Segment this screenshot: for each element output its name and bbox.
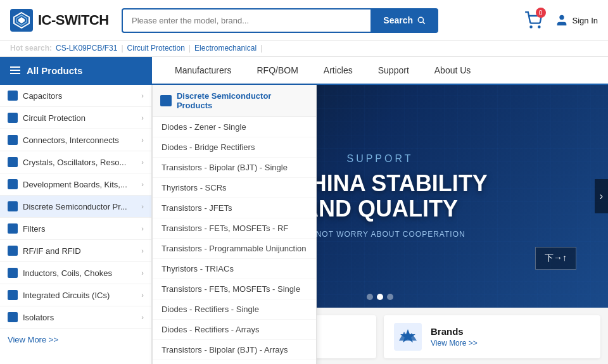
- hamburger-icon: [10, 66, 20, 74]
- svg-line-5: [423, 22, 425, 24]
- sidebar-label-filters: Filters: [23, 224, 136, 234]
- dropdown-item-10[interactable]: Diodes - Rectifiers - Arrays: [153, 320, 316, 340]
- hot-search-label: Hot search:: [10, 44, 52, 53]
- sidebar-item-ics[interactable]: Integrated Circuits (ICs) ›: [0, 284, 151, 306]
- dropdown-item-6[interactable]: Transistors - Programmable Unijunction: [153, 239, 316, 259]
- arrow-icon-crystals: ›: [141, 158, 144, 166]
- dropdown-item-5[interactable]: Transistors - FETs, MOSFETs - RF: [153, 218, 316, 239]
- hot-search-item-3[interactable]: Electromechanical: [194, 44, 256, 53]
- search-input[interactable]: [122, 8, 370, 33]
- cart-badge: 0: [536, 8, 546, 18]
- hot-search-bar: Hot search: CS-LK09PCB/F31 | Circuit Pro…: [0, 41, 608, 57]
- sidebar-item-discrete[interactable]: Discrete Semiconductor Pr... ›: [0, 196, 151, 218]
- sidebar-icon-isolators: [8, 312, 18, 322]
- banner-arrow-inner[interactable]: 下→↑: [535, 247, 576, 270]
- dropdown-item-3[interactable]: Thyristors - SCRs: [153, 178, 316, 198]
- brands-card[interactable]: Brands View More >>: [384, 315, 600, 358]
- sidebar-label-capacitors: Capacitors: [23, 91, 136, 101]
- cart-button[interactable]: 0: [524, 11, 542, 29]
- arrow-icon-connectors: ›: [141, 136, 144, 144]
- svg-point-6: [530, 26, 531, 27]
- sidebar-label-connectors: Connectors, Interconnects: [23, 135, 136, 145]
- dropdown-item-9[interactable]: Diodes - Rectifiers - Single: [153, 299, 316, 320]
- dropdown-item-8[interactable]: Transistors - FETs, MOSFETs - Single: [153, 279, 316, 299]
- sidebar-item-capacitors[interactable]: Capacitors ›: [0, 85, 151, 107]
- arrow-icon-circuit: ›: [141, 114, 144, 122]
- search-btn-label: Search: [383, 15, 413, 25]
- sidebar-item-filters[interactable]: Filters ›: [0, 218, 151, 240]
- logo[interactable]: IC-SWITCH: [10, 9, 111, 32]
- banner-title-line2: AND QUALITY: [302, 196, 458, 222]
- banner-dot-3[interactable]: [387, 294, 393, 300]
- sidebar-item-crystals[interactable]: Crystals, Oscillators, Reso... ›: [0, 151, 151, 173]
- sidebar-label-discrete: Discrete Semiconductor Pr...: [23, 202, 136, 211]
- svg-point-7: [538, 26, 540, 27]
- dropdown-item-4[interactable]: Transistors - JFETs: [153, 198, 316, 218]
- dropdown-header: Discrete Semiconductor Products: [153, 85, 316, 117]
- sidebar: Capacitors › Circuit Protection › Connec…: [0, 85, 152, 364]
- arrow-icon-discrete: ›: [141, 203, 144, 210]
- arrow-icon-filters: ›: [141, 225, 144, 232]
- sidebar-icon-ics: [8, 290, 18, 300]
- search-icon: [417, 16, 426, 25]
- nav-about-us[interactable]: About Us: [422, 57, 484, 84]
- dropdown-item-7[interactable]: Thyristors - TRIACs: [153, 259, 316, 279]
- dropdown-panel: Discrete Semiconductor Products Diodes -…: [152, 85, 317, 364]
- sidebar-label-devboards: Development Boards, Kits,...: [23, 180, 136, 189]
- sidebar-label-crystals: Crystals, Oscillators, Reso...: [23, 158, 136, 167]
- dropdown-item-2[interactable]: Transistors - Bipolar (BJT) - Single: [153, 158, 316, 178]
- sidebar-item-connectors[interactable]: Connectors, Interconnects ›: [0, 129, 151, 151]
- svg-point-8: [559, 15, 564, 20]
- sidebar-icon-connectors: [8, 135, 18, 145]
- sidebar-item-rfid[interactable]: RF/IF and RFID ›: [0, 240, 151, 262]
- arrow-icon-devboards: ›: [141, 180, 144, 188]
- sidebar-item-inductors[interactable]: Inductors, Coils, Chokes ›: [0, 262, 151, 284]
- dropdown-item-1[interactable]: Diodes - Bridge Rectifiers: [153, 137, 316, 158]
- dropdown-item-0[interactable]: Diodes - Zener - Single: [153, 117, 316, 137]
- hot-search-item-1[interactable]: CS-LK09PCB/F31: [56, 44, 117, 53]
- banner-dots: [367, 294, 393, 300]
- banner-next-arrow[interactable]: ›: [595, 179, 608, 213]
- sidebar-icon-crystals: [8, 157, 18, 167]
- nav-rfqbom[interactable]: RFQ/BOM: [244, 57, 310, 84]
- sidebar-item-dev-boards[interactable]: Development Boards, Kits,... ›: [0, 173, 151, 196]
- sidebar-label-inductors: Inductors, Coils, Chokes: [23, 268, 136, 278]
- all-products-label: All Products: [27, 65, 82, 76]
- banner-dot-1[interactable]: [367, 294, 373, 300]
- sign-in-button[interactable]: Sign In: [555, 13, 598, 27]
- sidebar-label-circuit: Circuit Protection: [23, 113, 136, 123]
- sign-in-label: Sign In: [573, 16, 598, 25]
- brands-link[interactable]: View More >>: [431, 339, 478, 348]
- main-layout: Capacitors › Circuit Protection › Connec…: [0, 85, 608, 364]
- arrow-icon-isolators: ›: [141, 313, 144, 321]
- logo-text: IC-SWITCH: [38, 12, 109, 28]
- all-products-button[interactable]: All Products: [0, 57, 152, 84]
- dropdown-item-12[interactable]: Transistors - Bipolar (BJT) - RF: [153, 360, 316, 364]
- sidebar-icon-capacitors: [8, 91, 18, 101]
- separator-2: |: [189, 44, 191, 53]
- hot-search-item-2[interactable]: Circuit Protection: [127, 44, 185, 53]
- arrow-icon-ics: ›: [141, 291, 144, 299]
- header-actions: 0 Sign In: [524, 11, 598, 29]
- sidebar-label-rfid: RF/IF and RFID: [23, 246, 136, 256]
- nav-support[interactable]: Support: [365, 57, 422, 84]
- banner-dot-2[interactable]: [377, 294, 383, 300]
- sidebar-item-circuit-protection[interactable]: Circuit Protection ›: [0, 107, 151, 129]
- search-button[interactable]: Search: [370, 8, 438, 33]
- header: IC-SWITCH Search 0 Sign In: [0, 0, 608, 41]
- arrow-icon-capacitors: ›: [141, 92, 144, 99]
- nav-links: Manufacturers RFQ/BOM Articles Support A…: [152, 57, 493, 84]
- brands-title: Brands: [431, 326, 478, 337]
- logo-icon: [10, 9, 33, 32]
- sidebar-icon-rfid: [8, 246, 18, 256]
- sidebar-item-isolators[interactable]: Isolators ›: [0, 306, 151, 329]
- separator-1: |: [121, 44, 123, 53]
- dropdown-item-11[interactable]: Transistors - Bipolar (BJT) - Arrays: [153, 340, 316, 360]
- sidebar-icon-devboards: [8, 179, 18, 189]
- nav-articles[interactable]: Articles: [311, 57, 365, 84]
- sidebar-view-more[interactable]: View More >>: [0, 329, 151, 351]
- search-bar: Search: [122, 8, 438, 33]
- svg-point-4: [418, 17, 423, 22]
- nav-manufacturers[interactable]: Manufacturers: [162, 57, 244, 84]
- user-icon: [555, 13, 569, 27]
